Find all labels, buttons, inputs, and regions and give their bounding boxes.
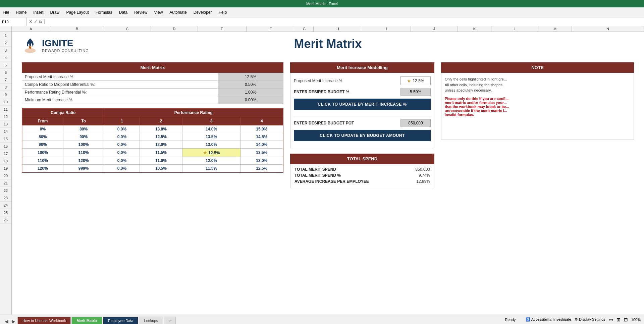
param-value-0[interactable]: 12.5% [218, 73, 283, 81]
name-box[interactable]: P10 [0, 17, 27, 26]
param-label-2[interactable]: Performance Rating Differential %: [22, 89, 218, 96]
row-num-14[interactable]: 14 [0, 128, 11, 135]
col-header-B[interactable]: B [50, 26, 104, 32]
val-5-3[interactable]: 12.5% [240, 165, 283, 172]
col-header-C[interactable]: C [104, 26, 151, 32]
param-value-3[interactable]: 0.00% [218, 96, 283, 104]
from-5[interactable]: 120% [22, 165, 63, 172]
tab-nav-right[interactable]: ▶ [10, 319, 17, 324]
param-label-1[interactable]: Compa Ratio to Midpoint Differential %: [22, 81, 218, 89]
to-3[interactable]: 110% [63, 149, 104, 157]
budget-pct-value[interactable]: 5.50% [400, 88, 431, 96]
val-0-1[interactable]: 13.0% [140, 125, 182, 133]
from-0[interactable]: 0% [22, 125, 63, 133]
row-num-26[interactable]: 26 [0, 216, 11, 224]
row-num-16[interactable]: 16 [0, 143, 11, 150]
row-num-25[interactable]: 25 [0, 209, 11, 216]
val-0-0[interactable]: 0.0% [104, 125, 140, 133]
col-header-M[interactable]: M [538, 26, 572, 32]
page-break-view-icon[interactable]: ⊟ [624, 317, 628, 322]
row-num-19[interactable]: 19 [0, 165, 11, 172]
val-4-0[interactable]: 0.0% [104, 157, 140, 165]
row-num-23[interactable]: 23 [0, 194, 11, 202]
val-4-1[interactable]: 11.0% [140, 157, 182, 165]
row-num-3[interactable]: 3 [0, 47, 11, 54]
row-num-18[interactable]: 18 [0, 157, 11, 165]
confirm-formula-icon[interactable]: ✓ [34, 19, 38, 24]
row-num-9[interactable]: 9 [0, 91, 11, 98]
budget-pot-value[interactable]: 850,000 [400, 119, 431, 127]
row-num-6[interactable]: 6 [0, 69, 11, 76]
row-num-15[interactable]: 15 [0, 135, 11, 143]
to-2[interactable]: 100% [63, 141, 104, 149]
to-1[interactable]: 90% [63, 133, 104, 141]
row-num-13[interactable]: 13 [0, 120, 11, 128]
col-header-D[interactable]: D [151, 26, 198, 32]
insert-function-icon[interactable]: fx [39, 19, 42, 24]
val-0-3[interactable]: 15.0% [240, 125, 283, 133]
row-num-17[interactable]: 17 [0, 150, 11, 157]
col-header-I[interactable]: I [362, 26, 411, 32]
val-4-2[interactable]: 12.0% [182, 157, 240, 165]
val-3-2-highlighted[interactable]: ★ 12.5% [182, 149, 240, 157]
ribbon-automate[interactable]: Automate [169, 10, 186, 15]
update-by-budget-button[interactable]: CLICK TO UPDATE BY BUDGET AMOUNT [294, 130, 431, 141]
val-2-2[interactable]: 13.0% [182, 141, 240, 149]
update-by-merit-button[interactable]: CLICK TO UPDATE BY MERIT INCREASE % [294, 99, 431, 110]
proposed-merit-value[interactable]: ★ 12.5% [400, 76, 431, 85]
row-num-5[interactable]: 5 [0, 61, 11, 69]
val-0-2[interactable]: 14.0% [182, 125, 240, 133]
val-2-0[interactable]: 0.0% [104, 141, 140, 149]
cancel-formula-icon[interactable]: ✕ [29, 19, 33, 24]
val-1-1[interactable]: 12.5% [140, 133, 182, 141]
val-1-2[interactable]: 13.5% [182, 133, 240, 141]
tab-employee-data[interactable]: Employee Data [103, 317, 138, 324]
tab-nav-left[interactable]: ◀ [3, 319, 10, 324]
val-3-3[interactable]: 13.5% [240, 149, 283, 157]
val-3-1[interactable]: 11.5% [140, 149, 182, 157]
to-5[interactable]: 999% [63, 165, 104, 172]
row-num-12[interactable]: 12 [0, 113, 11, 120]
to-4[interactable]: 120% [63, 157, 104, 165]
from-2[interactable]: 90% [22, 141, 63, 149]
row-num-20[interactable]: 20 [0, 172, 11, 179]
col-header-G[interactable]: G [295, 26, 314, 32]
val-1-3[interactable]: 14.5% [240, 133, 283, 141]
param-label-0[interactable]: Proposed Merit Increase % [22, 73, 218, 81]
val-4-3[interactable]: 13.0% [240, 157, 283, 165]
accessibility-icon[interactable]: ♿ Accessibility: Investigate [526, 317, 571, 322]
ribbon-draw[interactable]: Draw [50, 10, 59, 15]
col-header-K[interactable]: K [458, 26, 491, 32]
row-num-1[interactable]: 1 [0, 32, 11, 39]
from-4[interactable]: 110% [22, 157, 63, 165]
to-0[interactable]: 80% [63, 125, 104, 133]
val-5-2[interactable]: 11.5% [182, 165, 240, 172]
col-header-J[interactable]: J [411, 26, 458, 32]
normal-view-icon[interactable]: ▭ [609, 317, 613, 322]
row-num-11[interactable]: 11 [0, 106, 11, 113]
row-num-10[interactable]: 10 [0, 98, 11, 106]
tab-merit-matrix[interactable]: Merit Matrix [71, 317, 102, 324]
ribbon-page-layout[interactable]: Page Layout [66, 10, 89, 15]
val-1-0[interactable]: 0.0% [104, 133, 140, 141]
val-5-1[interactable]: 10.5% [140, 165, 182, 172]
param-label-3[interactable]: Minimum Merit Increase % [22, 96, 218, 104]
display-settings-icon[interactable]: ⚙ Display Settings [575, 317, 605, 322]
val-2-1[interactable]: 12.0% [140, 141, 182, 149]
ribbon-review[interactable]: Review [134, 10, 147, 15]
val-3-0[interactable]: 0.0% [104, 149, 140, 157]
ribbon-data[interactable]: Data [119, 10, 127, 15]
row-num-8[interactable]: 8 [0, 84, 11, 91]
val-5-0[interactable]: 0.0% [104, 165, 140, 172]
row-num-22[interactable]: 22 [0, 187, 11, 194]
col-header-F[interactable]: F [247, 26, 295, 32]
add-sheet-button[interactable]: + [164, 317, 176, 324]
ribbon-help[interactable]: Help [218, 10, 227, 15]
row-num-4[interactable]: 4 [0, 54, 11, 61]
col-header-L[interactable]: L [491, 26, 538, 32]
ribbon-formulas[interactable]: Formulas [96, 10, 112, 15]
row-num-7[interactable]: 7 [0, 76, 11, 84]
param-value-1[interactable]: 0.50% [218, 81, 283, 89]
ribbon-home[interactable]: Home [16, 10, 26, 15]
ribbon-developer[interactable]: Developer [194, 10, 212, 15]
